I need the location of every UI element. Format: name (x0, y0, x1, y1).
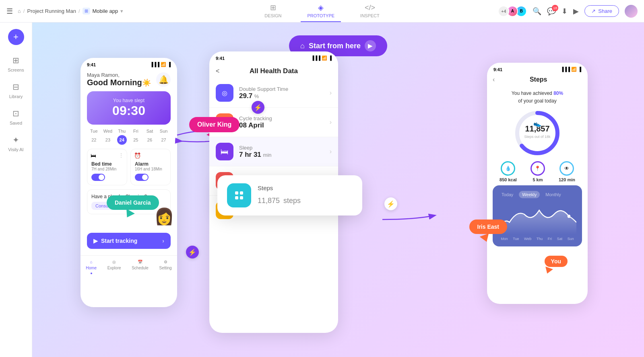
nav-explore[interactable]: ◎ Explore (107, 260, 121, 274)
sleep-name: Sleep (239, 145, 272, 151)
sidebar-item-saved[interactable]: ⊡ Saved (2, 105, 30, 129)
bell-icon[interactable]: 🔔 (156, 72, 171, 87)
breadcrumb-sep1: / (23, 8, 25, 14)
week-day-thu[interactable]: Thu 24 (117, 129, 127, 145)
alarm-toggle[interactable] (135, 174, 149, 181)
phone-left: 9:41 ▐▐▐ 📶 ▐ Maya Ramon, Good Morning ☀️… (80, 58, 177, 307)
tab-prototype-label: PROTOTYPE (307, 13, 334, 18)
bed-icon: 🛏 (91, 152, 96, 159)
tab-weekly[interactable]: Weekly (519, 191, 540, 198)
day-label: Tue (90, 129, 98, 133)
tab-monthly[interactable]: Monthly (542, 191, 564, 198)
topbar-tabs: ⊞ DESIGN ◈ PROTOTYPE </> INSPECT (258, 0, 386, 22)
sidebar-library-label: Library (9, 94, 23, 99)
double-support-val: 29.7 % (239, 92, 288, 100)
chevron-right-icon: › (330, 119, 332, 126)
phone-left-signals: ▐▐▐ 📶 ▐ (150, 62, 171, 67)
download-icon[interactable]: ⬇ (561, 7, 568, 16)
sidebar-item-visily-ai[interactable]: ✦ Visily AI (2, 131, 30, 156)
day-num: 27 (159, 135, 169, 145)
chart-lbl-mon: Mon (501, 237, 508, 241)
screens-icon: ⊞ (12, 55, 19, 65)
user-avatar[interactable] (625, 5, 638, 18)
play-circle-icon: ▶ (93, 238, 98, 244)
week-day-tue: Tue 22 (89, 129, 99, 145)
stat-time: 👁 120 min (559, 161, 575, 182)
play-icon[interactable]: ▶ (573, 7, 579, 16)
lightning-badge-2: ⚡ (384, 197, 397, 210)
health-item-double-support[interactable]: ◎ Double Support Time 29.7 % › (209, 78, 338, 108)
day-num: 22 (89, 135, 99, 145)
greeting-text: Good Morning ☀️ (87, 78, 151, 87)
phone-right-status: 9:41 ▐▐▐ 📶 ▐ (487, 63, 588, 74)
day-num: 23 (103, 135, 113, 145)
day-num: 25 (131, 135, 140, 145)
bedtime-toggle[interactable] (91, 174, 105, 181)
health-item-left: 🛏 Sleep 7 hr 31 min (216, 143, 272, 160)
search-icon[interactable]: 🔍 (533, 7, 541, 16)
greeting-name: Maya Ramon, (87, 72, 151, 78)
sidebar-item-screens[interactable]: ⊞ Screens (2, 51, 30, 76)
sleep-info: Sleep 7 hr 31 min (239, 145, 272, 159)
start-play-icon: ▶ (365, 40, 376, 51)
phone-left-content: Maya Ramon, Good Morning ☀️ 🔔 You have s… (80, 69, 177, 255)
topbar: ☰ ⌂ / Project Running Man / ⊞ Mobile app… (0, 0, 644, 23)
phone-left-status: 9:41 ▐▐▐ 📶 ▐ (80, 58, 177, 69)
health-item-sleep[interactable]: 🛏 Sleep 7 hr 31 min › (209, 137, 338, 166)
caret-icon[interactable]: ▾ (120, 8, 123, 14)
bedtime-label: Bed time (91, 161, 123, 167)
main-area: + ⊞ Screens ⊟ Library ⊡ Saved ✦ Visily A… (0, 23, 644, 357)
home-nav-icon: ⌂ (90, 260, 93, 264)
chat-icon[interactable]: 💬 18 (547, 7, 556, 16)
tab-inspect-label: INSPECT (360, 13, 380, 18)
nav-home[interactable]: ⌂ Home (86, 260, 97, 274)
sidebar-item-library[interactable]: ⊟ Library (2, 78, 30, 103)
tab-prototype[interactable]: ◈ PROTOTYPE (301, 0, 341, 22)
share-label: Share (598, 8, 612, 14)
chart-svg (498, 202, 576, 234)
day-label: Fri (133, 129, 138, 133)
nav-schedule[interactable]: 📅 Schedule (132, 260, 149, 274)
health-title: All Health Data (250, 67, 298, 75)
widget-menu[interactable]: ⋮ (119, 152, 124, 158)
chart-lbl-thu: Thu (537, 237, 543, 241)
nav-home-label: Home (86, 266, 97, 270)
double-support-name: Double Support Time (239, 86, 288, 92)
start-tracking-button[interactable]: ▶ Start tracking › (87, 233, 171, 249)
stat-calories: 💧 850 kcal (500, 161, 517, 182)
health-item-left: ◎ Double Support Time 29.7 % (216, 84, 288, 102)
home-icon[interactable]: ⌂ (18, 8, 21, 14)
sleep-label: You have slept (93, 98, 164, 103)
person-avatar: 👩 (154, 207, 174, 226)
share-icon: ↗ (591, 8, 596, 14)
svg-rect-3 (240, 196, 243, 199)
hamburger-icon[interactable]: ☰ (6, 7, 13, 16)
alarm-label: Alarm (135, 161, 166, 167)
saved-icon: ⊡ (12, 109, 19, 118)
tab-design[interactable]: ⊞ DESIGN (258, 0, 288, 22)
chart-lbl-tue: Tue (513, 237, 519, 241)
steps-title: Steps (495, 76, 582, 83)
sleep-val: 7 hr 31 min (239, 151, 272, 159)
tab-today[interactable]: Today (498, 191, 516, 198)
nav-setting-label: Setting (159, 266, 172, 270)
back-button[interactable]: < (216, 68, 219, 75)
svg-point-9 (568, 215, 570, 218)
schedule-icon: 📅 (138, 260, 142, 264)
alarm-time: 16H and 18Min (135, 167, 166, 171)
phone-right-signals: ▐▐▐ 📶 ▐ (561, 67, 581, 72)
nav-setting[interactable]: ⚙ Setting (159, 260, 172, 274)
add-screen-button[interactable]: + (8, 29, 24, 45)
share-button[interactable]: ↗ Share (584, 5, 619, 17)
tab-inspect[interactable]: </> INSPECT (354, 0, 386, 22)
breadcrumb-page: Mobile app (93, 8, 118, 14)
bedtime-widget: 🛏 ⋮ Bed time 7H and 28Min (87, 149, 127, 185)
you-badge: You (545, 256, 568, 267)
phone-center-signals: ▐▐▐ 📶 ▐ (311, 55, 332, 61)
sidebar-ai-label: Visily AI (8, 147, 23, 152)
chevron-right-icon: › (162, 238, 164, 244)
avatar-group: +4 A B (498, 6, 527, 17)
steps-goal-text: You have achieved 80% of your goal today (493, 90, 582, 105)
cycle-name: Cycle tracking (239, 115, 272, 121)
phone-center-time: 9:41 (216, 56, 225, 61)
